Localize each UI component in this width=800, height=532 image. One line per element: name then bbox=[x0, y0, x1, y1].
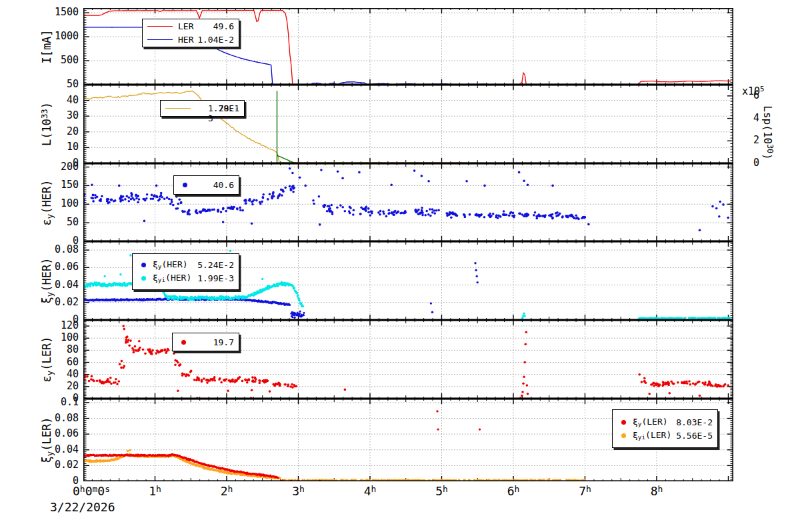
legend-line-marker bbox=[147, 39, 173, 40]
panel-emittance-ler bbox=[83, 320, 733, 399]
legend-label: ξyi(HER) bbox=[153, 273, 191, 283]
x-tick-label: 1h bbox=[125, 483, 185, 498]
x-tick-label: 4h bbox=[340, 483, 400, 498]
legend-emittance-ler: 19.7 bbox=[172, 333, 239, 351]
legend-label: ξy(LER) bbox=[633, 417, 668, 427]
legend-value: 5.24E-2 bbox=[197, 260, 234, 270]
right-axis-title: Lsp(1030) bbox=[761, 79, 775, 186]
panel-luminosity bbox=[83, 85, 733, 163]
legend-label: LER bbox=[178, 21, 193, 31]
legend-value: 49.6 bbox=[213, 21, 234, 31]
legend-beam-beam-ler: ξy(LER)8.03E-2ξyi(LER)5.56E-5 bbox=[612, 409, 718, 448]
legend-label: ξyi(LER) bbox=[633, 430, 671, 441]
series-xiy-her-drop bbox=[290, 310, 305, 319]
legend-beam-beam-her: ξy(HER)5.24E-2ξyi(HER)1.99E-3 bbox=[132, 253, 239, 290]
legend-value: 1.99E-3 bbox=[197, 273, 234, 283]
legend-value-overlap: 28.11.79E-3 bbox=[219, 103, 239, 113]
legend-value: 5.56E-5 bbox=[676, 431, 713, 441]
date-label: 3/22/2026 bbox=[50, 500, 115, 514]
legend-luminosity: 28.11.79E-3 bbox=[160, 100, 245, 117]
legend-row: ξy(HER)5.24E-2 bbox=[133, 259, 239, 272]
legend-label: ξy(HER) bbox=[153, 259, 188, 270]
strip-chart: 3/22/2026 50010001500I[mA]LER49.6HER1.04… bbox=[0, 0, 800, 532]
legend-row: 40.6 bbox=[174, 179, 239, 192]
legend-dot-marker bbox=[183, 183, 187, 187]
legend-dot-marker bbox=[141, 276, 146, 281]
legend-dot-marker bbox=[621, 420, 626, 425]
legend-dot-marker bbox=[141, 263, 146, 267]
x-tick-label: 7h bbox=[555, 483, 615, 498]
legend-row: 19.7 bbox=[173, 335, 239, 349]
series-xiyi-her-spike bbox=[521, 313, 526, 321]
series-lsp-tail bbox=[277, 155, 295, 163]
x-tick-label: 2h bbox=[197, 483, 257, 498]
legend-value: 1.04E-2 bbox=[197, 35, 234, 45]
legend-line-marker bbox=[147, 26, 173, 27]
axis-title-emittance-ler: εy(LER) bbox=[40, 313, 53, 406]
axis-title-beam-beam-ler: ξy(LER) bbox=[40, 393, 53, 487]
legend-emittance-her: 40.6 bbox=[173, 175, 239, 195]
x-tick-label: 0h0m0s bbox=[61, 483, 121, 498]
series-xiy-ler-outliers bbox=[281, 410, 481, 481]
legend-dot-marker bbox=[621, 433, 626, 438]
legend-value: 19.7 bbox=[213, 337, 234, 347]
legend-row: ξyi(LER)5.56E-5 bbox=[613, 429, 717, 442]
legend-row: ξyi(HER)1.99E-3 bbox=[133, 272, 239, 285]
legend-row: 28.11.79E-3 bbox=[161, 102, 244, 115]
x-tick-label: 3h bbox=[268, 483, 328, 498]
legend-line-marker bbox=[165, 108, 191, 109]
legend-row: HER1.04E-2 bbox=[143, 33, 239, 47]
x-tick-label: 8h bbox=[627, 483, 687, 498]
legend-value: 40.6 bbox=[213, 180, 234, 190]
legend-label: HER bbox=[178, 35, 193, 45]
x-tick-label: 5h bbox=[411, 483, 471, 498]
legend-row: ξy(LER)8.03E-2 bbox=[613, 415, 717, 429]
legend-current: LER49.6HER1.04E-2 bbox=[142, 19, 239, 47]
legend-dot-marker bbox=[181, 340, 186, 345]
legend-row: LER49.6 bbox=[143, 20, 239, 33]
x-tick-label: 6h bbox=[483, 483, 543, 498]
legend-value: 8.03E-2 bbox=[676, 417, 713, 427]
series-xiy-her-outliers bbox=[430, 262, 479, 313]
